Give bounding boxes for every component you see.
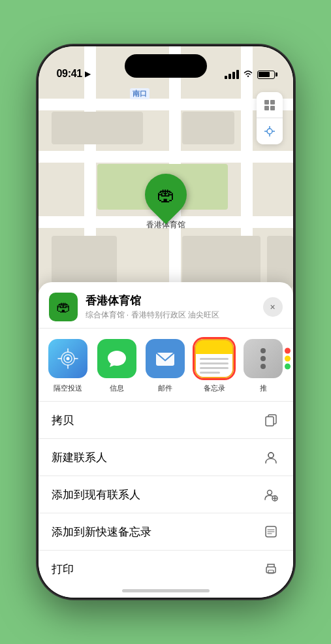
copy-icon [262,411,280,429]
signal-bars [225,70,239,79]
location-arrow-icon: ▶ [85,69,91,78]
map-block [182,112,234,144]
action-quick-note[interactable]: 添加到新快速备忘录 [39,513,293,551]
share-item-mail[interactable]: 邮件 [141,339,190,393]
close-button[interactable]: × [263,297,283,317]
quick-note-label: 添加到新快速备忘录 [52,524,262,539]
phone-screen: 09:41 ▶ [39,46,293,598]
signal-bar-4 [236,70,239,79]
map-road [39,151,293,163]
map-block [52,112,143,144]
messages-label: 信息 [110,383,124,393]
side-dots [285,348,291,370]
battery-icon [257,71,275,79]
dynamic-island [125,54,207,78]
map-block [267,236,293,288]
share-item-more[interactable]: 推 [239,339,288,393]
status-time: 09:41 [57,68,82,80]
phone-frame: 09:41 ▶ [39,46,293,598]
more-icon [244,339,283,378]
signal-bar-1 [225,76,227,79]
map-road [39,99,293,110]
action-new-contact[interactable]: 新建联系人 [39,439,293,476]
venue-info: 香港体育馆 综合体育馆 · 香港特别行政区 油尖旺区 [86,293,263,321]
airdrop-label: 隔空投送 [54,383,82,393]
svg-rect-19 [266,417,274,426]
venue-name: 香港体育馆 [86,293,263,308]
venue-icon: 🏟 [49,293,78,321]
messages-icon [97,339,136,378]
pin-icon: 🏟 [157,184,175,206]
location-button[interactable] [257,118,283,144]
map-block [52,236,117,288]
more-label: 推 [260,383,267,393]
notes-label: 备忘录 [204,383,225,393]
svg-rect-2 [270,100,275,105]
svg-point-5 [267,129,272,134]
signal-bar-3 [232,72,235,79]
mail-label: 邮件 [158,383,172,393]
add-existing-icon [262,485,280,504]
action-list: 拷贝 新建联系人 [39,402,293,598]
pin-circle: 🏟 [136,165,195,225]
map-label: 南口 [130,88,150,99]
quick-note-icon [262,523,280,541]
svg-point-0 [247,76,249,77]
status-icons [225,69,275,80]
share-item-notes[interactable]: 备忘录 [190,339,239,393]
share-item-airdrop[interactable]: 隔空投送 [44,339,93,393]
svg-point-21 [268,453,274,458]
battery-fill [259,72,270,77]
signal-bar-2 [229,74,231,79]
wifi-icon [243,69,253,80]
map-type-button[interactable] [257,92,283,118]
share-row: 隔空投送 信息 [39,329,293,402]
share-item-messages[interactable]: 信息 [92,339,141,393]
bottom-sheet: 🏟 香港体育馆 综合体育馆 · 香港特别行政区 油尖旺区 × [39,282,293,598]
new-contact-label: 新建联系人 [52,450,262,465]
new-contact-icon [262,448,280,466]
mail-icon [146,339,185,378]
svg-rect-1 [264,100,269,105]
map-block [182,236,260,288]
svg-rect-3 [264,106,269,110]
notes-icon [195,339,234,378]
action-add-existing[interactable]: 添加到现有联系人 [39,476,293,513]
print-icon [262,560,280,578]
home-indicator [122,589,210,592]
sheet-header: 🏟 香港体育馆 综合体育馆 · 香港特别行政区 油尖旺区 × [39,282,293,329]
location-pin: 🏟 香港体育馆 [145,174,187,231]
airdrop-icon [48,339,87,378]
svg-point-22 [267,491,272,495]
print-label: 打印 [52,562,262,577]
svg-rect-4 [270,106,275,110]
venue-subtitle: 综合体育馆 · 香港特别行政区 油尖旺区 [86,310,263,321]
add-existing-label: 添加到现有联系人 [52,487,262,502]
map-controls [257,92,283,144]
action-copy[interactable]: 拷贝 [39,402,293,439]
svg-point-12 [66,357,69,361]
copy-label: 拷贝 [52,413,262,428]
